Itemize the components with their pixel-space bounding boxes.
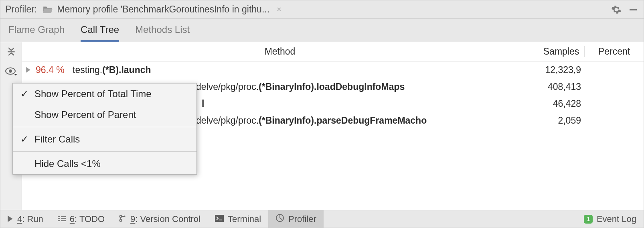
profiler-tabs: Flame Graph Call Tree Methods List [0,19,644,42]
profile-tab[interactable]: Memory profile 'BenchmarkGoroutinesInfo … [43,4,281,15]
view-options-icon[interactable] [4,65,18,77]
tool-todo[interactable]: 6: TODO [51,210,112,228]
menu-separator [13,151,196,152]
content-area: Method Samples Percent 96.4 % testing.(*… [0,42,644,210]
folder-open-icon [43,5,53,14]
notification-badge-icon: 1 [584,215,593,224]
menu-item-label: Show Percent of Parent [34,109,136,120]
gear-icon[interactable] [611,4,622,15]
collapse-all-icon[interactable] [4,45,18,57]
menu-show-percent-parent[interactable]: Show Percent of Parent [13,104,196,125]
method-name: r/delve/pkg/proc.(*BinaryInfo).loadDebug… [190,81,405,92]
branch-icon [119,214,126,224]
profiler-panel: Profiler: Memory profile 'BenchmarkGorou… [0,0,644,228]
close-icon[interactable]: × [277,5,281,14]
svg-point-2 [9,69,12,73]
samples-value: 46,428 [538,98,584,109]
table-header: Method Samples Percent [22,42,644,61]
col-samples[interactable]: Samples [538,46,584,57]
svg-rect-4 [58,218,60,219]
col-method[interactable]: Method [22,46,538,57]
menu-hide-calls-1pct[interactable]: Hide Calls <1% [13,153,196,174]
menu-item-label: Filter Calls [34,134,80,145]
menu-item-label: Hide Calls <1% [34,158,101,169]
method-name: l [202,98,204,109]
percent-value: 96.4 % [36,65,66,75]
svg-rect-5 [58,220,60,221]
menu-item-label: Show Percent of Total Time [34,88,152,100]
tool-label: Event Log [597,214,636,224]
check-icon: ✓ [20,88,29,100]
svg-point-10 [120,219,122,221]
svg-rect-6 [61,216,66,217]
profiler-header: Profiler: Memory profile 'BenchmarkGorou… [0,0,644,19]
svg-rect-11 [215,215,224,222]
col-percent[interactable]: Percent [584,46,644,57]
tool-label: 9: Version Control [130,214,200,224]
menu-show-percent-total[interactable]: ✓ Show Percent of Total Time [13,83,196,104]
table-body: 96.4 % testing.(*B).launch 12,323,9 r/de… [22,61,644,210]
menu-filter-calls[interactable]: ✓ Filter Calls [13,129,196,150]
view-options-popup: ✓ Show Percent of Total Time Show Percen… [12,83,197,175]
tool-run[interactable]: 4: Run [0,210,51,228]
svg-rect-3 [58,216,60,217]
check-icon: ✓ [20,134,29,145]
svg-rect-8 [61,220,66,221]
tab-flame-graph[interactable]: Flame Graph [8,24,65,42]
samples-value: 2,059 [538,115,584,126]
tool-terminal[interactable]: Terminal [208,210,268,228]
profile-tab-label: Memory profile 'BenchmarkGoroutinesInfo … [57,4,269,15]
svg-rect-7 [61,218,66,219]
terminal-icon [215,214,224,224]
expand-icon[interactable] [24,66,32,74]
panel-title: Profiler: [5,4,37,15]
todo-icon [58,214,66,224]
tool-label: Profiler [288,214,316,224]
minimize-icon[interactable] [628,4,639,15]
svg-rect-0 [630,9,637,10]
tool-vcs[interactable]: 9: Version Control [112,210,208,228]
tab-methods-list[interactable]: Methods List [135,24,190,42]
tool-label: 6: TODO [70,214,105,224]
play-icon [8,214,13,224]
samples-value: 408,413 [538,81,584,92]
table-row[interactable]: 96.4 % testing.(*B).launch 12,323,9 [22,61,644,78]
svg-rect-12 [219,220,222,220]
samples-value: 12,323,9 [538,65,584,75]
method-name: r/delve/pkg/proc.(*BinaryInfo).parseDebu… [190,115,427,126]
tool-profiler[interactable]: Profiler [268,210,324,228]
tab-call-tree[interactable]: Call Tree [81,24,119,42]
call-tree-table: Method Samples Percent 96.4 % testing.(*… [22,42,644,210]
profiler-icon [275,214,284,225]
tool-event-log[interactable]: 1 Event Log [577,210,644,228]
method-name: testing.(*B).launch [73,65,151,75]
tool-label: 4: Run [17,214,43,224]
status-bar: 4: Run 6: TODO 9: Version Control Termin… [0,210,644,228]
menu-separator [13,127,196,127]
tool-label: Terminal [228,214,261,224]
